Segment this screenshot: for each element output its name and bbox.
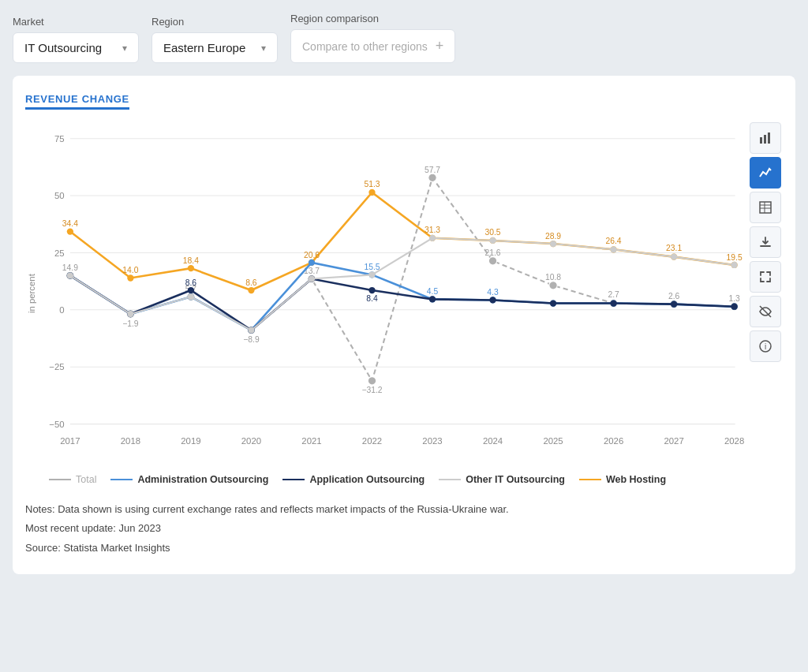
table-button[interactable] — [750, 192, 781, 223]
svg-rect-0 — [760, 137, 762, 144]
total-line — [70, 177, 735, 380]
region-dropdown-group: Region Eastern Europe ▾ — [152, 16, 278, 63]
region-dropdown[interactable]: Eastern Europe ▾ — [152, 32, 278, 63]
app-legend-line — [282, 479, 305, 480]
svg-text:18.4: 18.4 — [183, 256, 199, 265]
admin-dot — [309, 259, 315, 266]
svg-rect-1 — [764, 135, 766, 144]
svg-text:75: 75 — [54, 134, 65, 144]
plus-icon: + — [436, 38, 444, 54]
svg-text:2018: 2018 — [121, 436, 140, 446]
svg-text:15.5: 15.5 — [364, 263, 380, 271]
svg-text:8.6: 8.6 — [185, 278, 197, 287]
legend-admin: Administration Outsourcing — [110, 474, 268, 485]
svg-text:4.3: 4.3 — [487, 288, 499, 297]
chevron-down-icon: ▾ — [122, 43, 127, 54]
chart-legend: Total Administration Outsourcing Applica… — [49, 474, 743, 485]
notes-line3: Source: Statista Market Insights — [25, 539, 783, 557]
admin-legend-line — [110, 479, 133, 480]
app-dot — [368, 287, 375, 293]
svg-text:2.6: 2.6 — [668, 292, 680, 301]
svg-text:34.4: 34.4 — [62, 219, 78, 228]
comparison-label: Region comparison — [290, 13, 455, 24]
svg-text:i: i — [765, 342, 766, 351]
other-legend-label: Other IT Outsourcing — [466, 474, 565, 485]
expand-button[interactable] — [750, 261, 781, 293]
comparison-box[interactable]: Compare to other regions + — [290, 29, 455, 63]
total-dot — [368, 377, 376, 385]
svg-text:2022: 2022 — [362, 436, 382, 446]
info-button[interactable]: i — [750, 330, 781, 362]
other-dot — [309, 275, 315, 282]
admin-legend-label: Administration Outsourcing — [137, 474, 268, 485]
other-dot — [489, 237, 496, 244]
download-button[interactable] — [750, 226, 781, 258]
svg-text:26.4: 26.4 — [606, 237, 622, 245]
app-dot — [489, 297, 496, 303]
market-label: Market — [13, 16, 139, 28]
other-dot — [188, 293, 194, 300]
trend-button[interactable] — [750, 157, 781, 189]
svg-text:2025: 2025 — [543, 436, 563, 446]
web-legend-line — [579, 479, 601, 480]
svg-text:−8.9: −8.9 — [243, 335, 260, 344]
chart-svg-container: in percent 75 50 25 0 −25 −50 — [25, 122, 743, 485]
web-legend-label: Web Hosting — [606, 474, 666, 485]
svg-text:20.6: 20.6 — [304, 251, 320, 259]
hide-button[interactable] — [750, 296, 781, 327]
other-legend-line — [439, 479, 461, 480]
svg-text:2.7: 2.7 — [608, 290, 619, 299]
total-dot — [428, 174, 436, 181]
svg-text:2027: 2027 — [664, 436, 683, 446]
notes-section: Notes: Data shown is using current excha… — [25, 501, 783, 556]
svg-text:21.6: 21.6 — [484, 248, 500, 257]
total-dot — [488, 257, 496, 265]
svg-text:19.5: 19.5 — [727, 253, 743, 262]
notes-line1: Notes: Data shown is using current excha… — [25, 501, 783, 518]
other-dot — [610, 246, 616, 252]
bar-chart-button[interactable] — [750, 122, 781, 154]
web-dot — [248, 287, 254, 293]
svg-text:25: 25 — [54, 248, 65, 258]
svg-text:51.3: 51.3 — [364, 180, 380, 189]
svg-text:2017: 2017 — [60, 436, 80, 446]
region-label: Region — [152, 16, 278, 28]
app-dot — [731, 304, 737, 310]
svg-text:50: 50 — [54, 191, 65, 200]
notes-line2: Most recent update: Jun 2023 — [25, 520, 783, 537]
y-axis-label: in percent — [27, 273, 36, 313]
app-dot — [671, 301, 677, 307]
total-legend-label: Total — [76, 474, 96, 485]
svg-text:30.5: 30.5 — [484, 228, 500, 237]
market-dropdown[interactable]: IT Outsourcing ▾ — [13, 32, 139, 63]
web-dot — [188, 265, 194, 271]
main-card: REVENUE CHANGE i — [13, 76, 795, 574]
other-dot — [248, 327, 254, 334]
other-dot — [731, 262, 737, 268]
svg-text:31.3: 31.3 — [425, 226, 440, 234]
web-dot — [368, 189, 375, 196]
svg-text:2023: 2023 — [422, 436, 442, 446]
app-legend-label: Application Outsourcing — [309, 474, 425, 485]
other-dot — [550, 241, 556, 247]
svg-text:2026: 2026 — [604, 436, 623, 446]
svg-text:−50: −50 — [49, 420, 64, 429]
svg-text:−25: −25 — [49, 362, 64, 371]
top-bar: Market IT Outsourcing ▾ Region Eastern E… — [13, 13, 795, 63]
svg-text:−1.9: −1.9 — [122, 319, 139, 328]
chevron-down-icon: ▾ — [261, 43, 266, 54]
legend-other: Other IT Outsourcing — [439, 474, 565, 485]
app-dot — [550, 300, 556, 306]
svg-text:1.3: 1.3 — [728, 294, 740, 303]
other-dot — [368, 271, 375, 278]
total-dot — [549, 282, 557, 289]
svg-text:23.1: 23.1 — [666, 244, 682, 252]
web-dot — [127, 274, 133, 281]
svg-text:8.6: 8.6 — [245, 278, 257, 287]
svg-text:8.4: 8.4 — [366, 294, 378, 303]
comparison-placeholder: Compare to other regions — [302, 40, 428, 53]
app-dot — [429, 296, 436, 302]
comparison-group: Region comparison Compare to other regio… — [290, 13, 455, 63]
svg-text:2021: 2021 — [301, 436, 321, 446]
svg-text:2028: 2028 — [724, 436, 744, 446]
